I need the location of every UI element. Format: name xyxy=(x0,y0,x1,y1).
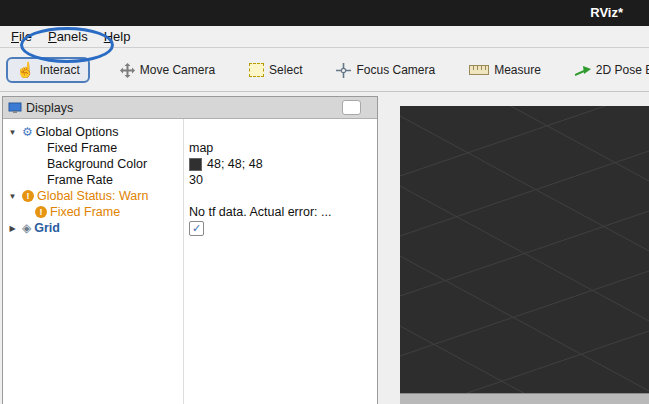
row-label: Global Status: Warn xyxy=(37,189,148,203)
tree-row-fixed-frame[interactable]: Fixed Frame map xyxy=(3,140,377,156)
expander-icon[interactable]: ▶ xyxy=(6,224,19,233)
displays-tree: ▼ ⚙ Global Options Fixed Frame map Backg… xyxy=(3,119,377,404)
row-label: Background Color xyxy=(47,157,147,171)
frame-rate-value[interactable]: 30 xyxy=(189,172,203,188)
menubar: File Panels Help xyxy=(0,26,649,48)
row-label: Grid xyxy=(34,221,60,235)
tool-measure-button[interactable]: Measure xyxy=(465,57,545,83)
gear-icon: ⚙ xyxy=(22,125,33,139)
expander-icon[interactable]: ▼ xyxy=(6,128,19,137)
menu-panels[interactable]: Panels xyxy=(40,27,96,46)
interact-hand-icon: ☝ xyxy=(16,63,35,77)
tool-interact-button[interactable]: ☝ Interact xyxy=(6,57,90,83)
row-label: Fixed Frame xyxy=(47,141,117,155)
tree-row-frame-rate[interactable]: Frame Rate 30 xyxy=(3,172,377,188)
monitor-icon xyxy=(8,102,22,114)
warning-icon: ! xyxy=(22,190,34,202)
rviz-window: RViz* File Panels Help ☝ Interact Move C… xyxy=(0,0,649,404)
render-view[interactable] xyxy=(400,106,649,394)
status-message: No tf data. Actual error: ... xyxy=(189,204,331,220)
tree-row-status-fixed-frame[interactable]: ! Fixed Frame No tf data. Actual error: … xyxy=(3,204,377,220)
pose-estimate-arrow-icon xyxy=(575,65,591,76)
background-color-value[interactable]: 48; 48; 48 xyxy=(189,156,263,172)
tree-row-grid[interactable]: ▶ ◈ Grid ✓ xyxy=(3,220,377,236)
menu-file[interactable]: File xyxy=(3,27,40,46)
displays-panel-header[interactable]: Displays xyxy=(3,97,377,119)
tree-row-global-options[interactable]: ▼ ⚙ Global Options xyxy=(3,124,377,140)
focus-camera-icon xyxy=(336,63,351,78)
window-title: RViz* xyxy=(590,5,623,20)
warning-icon: ! xyxy=(35,206,47,218)
move-camera-icon xyxy=(120,63,135,78)
tool-select-button[interactable]: Select xyxy=(245,57,306,83)
color-swatch xyxy=(189,158,202,171)
panel-title: Displays xyxy=(26,101,73,115)
tool-move-camera-button[interactable]: Move Camera xyxy=(116,57,219,84)
toolbar: ☝ Interact Move Camera Select Focus Came… xyxy=(0,49,649,92)
titlebar: RViz* xyxy=(0,0,649,26)
tree-row-global-status[interactable]: ▼ ! Global Status: Warn xyxy=(3,188,377,204)
panel-header-button[interactable] xyxy=(342,100,361,115)
row-label: Fixed Frame xyxy=(50,205,120,219)
grid-enabled-checkbox[interactable]: ✓ xyxy=(189,221,204,236)
measure-ruler-icon xyxy=(469,65,489,75)
fixed-frame-value[interactable]: map xyxy=(189,140,213,156)
tool-2d-pose-estimate-button[interactable]: 2D Pose Esti xyxy=(571,57,649,83)
tool-focus-camera-button[interactable]: Focus Camera xyxy=(332,57,439,84)
row-label: Frame Rate xyxy=(47,173,113,187)
time-panel-strip xyxy=(400,393,649,404)
ground-grid xyxy=(400,106,649,394)
select-box-icon xyxy=(249,63,264,77)
displays-panel: Displays ▼ ⚙ Global Options Fixed Frame … xyxy=(2,96,378,404)
menu-help[interactable]: Help xyxy=(96,27,139,46)
tree-row-background-color[interactable]: Background Color 48; 48; 48 xyxy=(3,156,377,172)
grid-icon: ◈ xyxy=(22,221,31,235)
expander-icon[interactable]: ▼ xyxy=(6,192,19,201)
row-label: Global Options xyxy=(36,125,119,139)
